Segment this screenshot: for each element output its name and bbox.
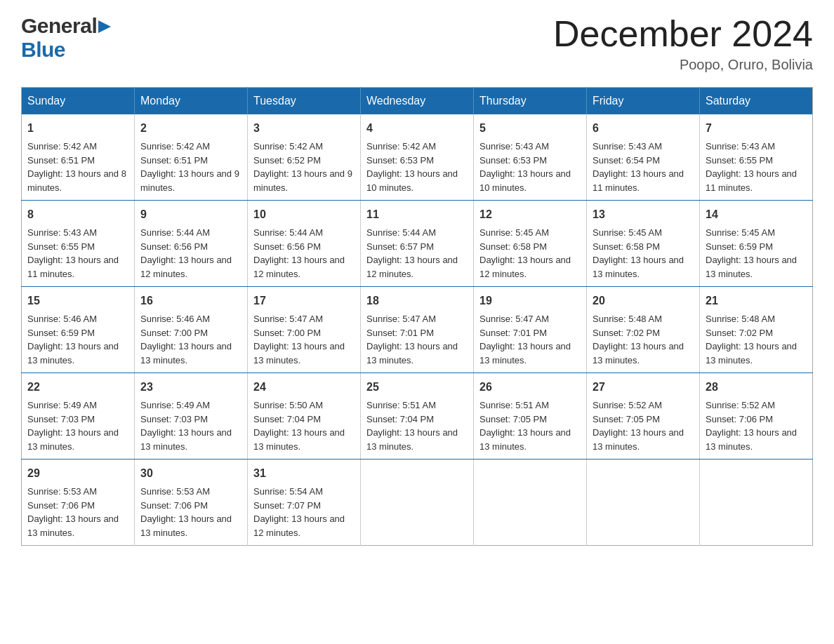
sunrise-text: Sunrise: 5:42 AM bbox=[253, 141, 323, 152]
day-number: 1 bbox=[27, 120, 128, 137]
daylight-text: Daylight: 13 hours and 12 minutes. bbox=[366, 255, 458, 279]
sunset-text: Sunset: 7:03 PM bbox=[27, 414, 95, 424]
calendar-cell: 20Sunrise: 5:48 AMSunset: 7:02 PMDayligh… bbox=[587, 287, 700, 373]
day-number: 31 bbox=[253, 465, 355, 482]
sunrise-text: Sunrise: 5:52 AM bbox=[593, 400, 662, 410]
sunset-text: Sunset: 7:06 PM bbox=[27, 500, 95, 511]
logo-triangle-icon bbox=[98, 19, 114, 34]
day-number: 13 bbox=[593, 206, 694, 223]
header-wednesday: Wednesday bbox=[361, 88, 474, 115]
calendar-week-row: 29Sunrise: 5:53 AMSunset: 7:06 PMDayligh… bbox=[22, 459, 813, 546]
logo-general-text: General bbox=[21, 14, 97, 38]
day-number: 29 bbox=[27, 465, 128, 482]
sunset-text: Sunset: 7:05 PM bbox=[479, 414, 547, 424]
page-header: General Blue December 2024 Poopo, Oruro,… bbox=[21, 14, 813, 73]
calendar-cell: 26Sunrise: 5:51 AMSunset: 7:05 PMDayligh… bbox=[474, 373, 587, 459]
sunrise-text: Sunrise: 5:44 AM bbox=[140, 227, 210, 238]
sunset-text: Sunset: 7:05 PM bbox=[593, 414, 660, 424]
calendar-cell: 29Sunrise: 5:53 AMSunset: 7:06 PMDayligh… bbox=[22, 459, 135, 546]
sunrise-text: Sunrise: 5:51 AM bbox=[479, 400, 549, 410]
day-number: 15 bbox=[27, 293, 128, 309]
day-number: 4 bbox=[366, 120, 468, 137]
sunrise-text: Sunrise: 5:50 AM bbox=[253, 400, 323, 410]
sunrise-text: Sunrise: 5:43 AM bbox=[479, 141, 549, 152]
sunset-text: Sunset: 6:55 PM bbox=[27, 241, 95, 252]
logo: General Blue bbox=[21, 14, 114, 62]
sunrise-text: Sunrise: 5:47 AM bbox=[479, 314, 549, 324]
day-number: 9 bbox=[140, 206, 241, 223]
daylight-text: Daylight: 13 hours and 13 minutes. bbox=[27, 341, 119, 365]
day-number: 20 bbox=[593, 293, 694, 309]
sunrise-text: Sunrise: 5:45 AM bbox=[479, 227, 549, 238]
sunset-text: Sunset: 6:58 PM bbox=[479, 241, 547, 252]
month-title: December 2024 bbox=[553, 14, 813, 54]
daylight-text: Daylight: 13 hours and 13 minutes. bbox=[253, 427, 345, 452]
sunrise-text: Sunrise: 5:42 AM bbox=[140, 141, 210, 152]
daylight-text: Daylight: 13 hours and 13 minutes. bbox=[593, 255, 684, 279]
calendar-cell: 7Sunrise: 5:43 AMSunset: 6:55 PMDaylight… bbox=[700, 114, 813, 201]
day-number: 17 bbox=[253, 293, 355, 309]
sunrise-text: Sunrise: 5:45 AM bbox=[593, 227, 662, 238]
calendar-cell: 22Sunrise: 5:49 AMSunset: 7:03 PMDayligh… bbox=[22, 373, 135, 459]
calendar-cell: 19Sunrise: 5:47 AMSunset: 7:01 PMDayligh… bbox=[474, 287, 587, 373]
daylight-text: Daylight: 13 hours and 13 minutes. bbox=[706, 341, 797, 365]
header-saturday: Saturday bbox=[700, 88, 813, 115]
calendar-cell: 16Sunrise: 5:46 AMSunset: 7:00 PMDayligh… bbox=[135, 287, 248, 373]
sunrise-text: Sunrise: 5:49 AM bbox=[27, 400, 97, 410]
sunrise-text: Sunrise: 5:46 AM bbox=[27, 314, 97, 324]
sunrise-text: Sunrise: 5:43 AM bbox=[27, 227, 97, 238]
day-number: 14 bbox=[706, 206, 807, 223]
calendar-cell bbox=[474, 459, 587, 546]
day-number: 12 bbox=[479, 206, 581, 223]
calendar-cell: 21Sunrise: 5:48 AMSunset: 7:02 PMDayligh… bbox=[700, 287, 813, 373]
sunrise-text: Sunrise: 5:53 AM bbox=[140, 486, 210, 497]
daylight-text: Daylight: 13 hours and 11 minutes. bbox=[706, 168, 797, 193]
sunrise-text: Sunrise: 5:43 AM bbox=[593, 141, 662, 152]
day-number: 8 bbox=[27, 206, 128, 223]
sunset-text: Sunset: 7:00 PM bbox=[253, 328, 321, 338]
header-thursday: Thursday bbox=[474, 88, 587, 115]
sunrise-text: Sunrise: 5:44 AM bbox=[253, 227, 323, 238]
day-number: 24 bbox=[253, 379, 355, 396]
sunset-text: Sunset: 6:59 PM bbox=[27, 328, 95, 338]
calendar-cell bbox=[361, 459, 474, 546]
calendar-cell: 18Sunrise: 5:47 AMSunset: 7:01 PMDayligh… bbox=[361, 287, 474, 373]
sunrise-text: Sunrise: 5:48 AM bbox=[593, 314, 662, 324]
day-number: 28 bbox=[706, 379, 807, 396]
calendar-table: Sunday Monday Tuesday Wednesday Thursday… bbox=[21, 87, 813, 546]
sunset-text: Sunset: 6:55 PM bbox=[706, 155, 773, 166]
day-number: 21 bbox=[706, 293, 807, 309]
sunrise-text: Sunrise: 5:47 AM bbox=[366, 314, 436, 324]
daylight-text: Daylight: 13 hours and 12 minutes. bbox=[253, 514, 345, 538]
daylight-text: Daylight: 13 hours and 11 minutes. bbox=[27, 255, 119, 279]
calendar-cell bbox=[700, 459, 813, 546]
sunset-text: Sunset: 7:03 PM bbox=[140, 414, 208, 424]
daylight-text: Daylight: 13 hours and 10 minutes. bbox=[366, 168, 458, 193]
calendar-cell: 9Sunrise: 5:44 AMSunset: 6:56 PMDaylight… bbox=[135, 201, 248, 287]
calendar-week-row: 8Sunrise: 5:43 AMSunset: 6:55 PMDaylight… bbox=[22, 201, 813, 287]
sunrise-text: Sunrise: 5:45 AM bbox=[706, 227, 775, 238]
calendar-week-row: 22Sunrise: 5:49 AMSunset: 7:03 PMDayligh… bbox=[22, 373, 813, 459]
sunset-text: Sunset: 7:00 PM bbox=[140, 328, 208, 338]
calendar-cell: 31Sunrise: 5:54 AMSunset: 7:07 PMDayligh… bbox=[248, 459, 361, 546]
sunset-text: Sunset: 7:01 PM bbox=[366, 328, 434, 338]
daylight-text: Daylight: 13 hours and 13 minutes. bbox=[593, 341, 684, 365]
sunset-text: Sunset: 6:56 PM bbox=[140, 241, 208, 252]
calendar-cell: 2Sunrise: 5:42 AMSunset: 6:51 PMDaylight… bbox=[135, 114, 248, 201]
daylight-text: Daylight: 13 hours and 13 minutes. bbox=[479, 341, 571, 365]
sunset-text: Sunset: 6:56 PM bbox=[253, 241, 321, 252]
daylight-text: Daylight: 13 hours and 13 minutes. bbox=[27, 427, 119, 452]
header-tuesday: Tuesday bbox=[248, 88, 361, 115]
calendar-week-row: 1Sunrise: 5:42 AMSunset: 6:51 PMDaylight… bbox=[22, 114, 813, 201]
sunset-text: Sunset: 7:07 PM bbox=[253, 500, 321, 511]
svg-marker-0 bbox=[98, 20, 111, 33]
calendar-cell: 8Sunrise: 5:43 AMSunset: 6:55 PMDaylight… bbox=[22, 201, 135, 287]
sunset-text: Sunset: 6:51 PM bbox=[140, 155, 208, 166]
daylight-text: Daylight: 13 hours and 12 minutes. bbox=[140, 255, 232, 279]
sunset-text: Sunset: 6:52 PM bbox=[253, 155, 321, 166]
daylight-text: Daylight: 13 hours and 13 minutes. bbox=[27, 514, 119, 538]
sunrise-text: Sunrise: 5:54 AM bbox=[253, 486, 323, 497]
calendar-cell: 27Sunrise: 5:52 AMSunset: 7:05 PMDayligh… bbox=[587, 373, 700, 459]
calendar-cell: 1Sunrise: 5:42 AMSunset: 6:51 PMDaylight… bbox=[22, 114, 135, 201]
daylight-text: Daylight: 13 hours and 9 minutes. bbox=[253, 168, 352, 193]
